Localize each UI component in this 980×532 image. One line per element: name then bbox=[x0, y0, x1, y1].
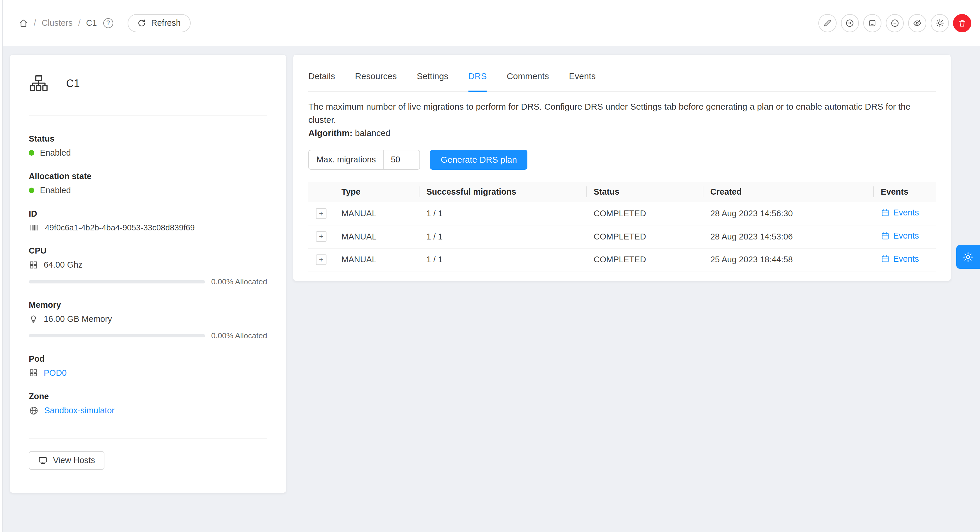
card-title-row: C1 bbox=[29, 73, 267, 94]
cell-status: COMPLETED bbox=[586, 248, 703, 272]
expand-row-button[interactable]: + bbox=[316, 231, 326, 242]
edit-button[interactable] bbox=[818, 14, 837, 32]
field-value: 16.00 GB Memory bbox=[44, 314, 112, 324]
cell-status: COMPLETED bbox=[586, 202, 703, 225]
cell-status: COMPLETED bbox=[586, 225, 703, 248]
configure-ha-button[interactable] bbox=[931, 14, 949, 32]
algorithm-line: Algorithm: balanced bbox=[308, 127, 936, 140]
progress-track bbox=[29, 280, 205, 283]
cell-successful-migrations: 1 / 1 bbox=[419, 225, 586, 248]
eye-invisible-icon bbox=[913, 19, 922, 28]
field-value: Enabled bbox=[40, 186, 71, 195]
breadcrumb-item-clusters[interactable]: Clusters bbox=[41, 18, 72, 28]
action-bar bbox=[818, 14, 971, 32]
cell-type: MANUAL bbox=[334, 248, 418, 272]
progress-label: 0.00% Allocated bbox=[211, 277, 267, 286]
generate-drs-plan-button[interactable]: Generate DRS plan bbox=[430, 150, 527, 170]
zone-link[interactable]: Sandbox-simulator bbox=[44, 406, 115, 415]
cell-created: 28 Aug 2023 14:53:06 bbox=[703, 225, 873, 248]
memory-allocation-progress: 0.00% Allocated bbox=[29, 331, 267, 340]
breadcrumb: / Clusters / C1 ? Refresh bbox=[19, 14, 191, 32]
refresh-label: Refresh bbox=[151, 18, 181, 28]
drs-plans-table: Type Successful migrations Status Create… bbox=[308, 182, 936, 272]
field-label: ID bbox=[29, 209, 267, 219]
column-header-events: Events bbox=[873, 182, 936, 202]
drs-description: The maximum number of live migrations to… bbox=[308, 100, 936, 126]
field-value: 49f0c6a1-4b2b-4ba4-9053-33c08d839f69 bbox=[45, 223, 195, 232]
cell-successful-migrations: 1 / 1 bbox=[419, 202, 586, 225]
row-events-link[interactable]: Events bbox=[881, 208, 919, 218]
progress-track bbox=[29, 334, 205, 337]
row-events-link[interactable]: Events bbox=[881, 254, 919, 264]
tab-drs[interactable]: DRS bbox=[468, 55, 487, 91]
view-hosts-label: View Hosts bbox=[53, 456, 95, 465]
field-memory: Memory 16.00 GB Memory 0.00% Allocated bbox=[29, 300, 267, 340]
status-dot bbox=[29, 150, 34, 156]
desktop-icon bbox=[38, 456, 48, 465]
expand-row-button[interactable]: + bbox=[316, 208, 326, 219]
cluster-detail-card: Details Resources Settings DRS Comments … bbox=[293, 55, 951, 281]
calendar-icon bbox=[881, 208, 890, 217]
field-zone: Zone Sandbox-simulator bbox=[29, 392, 267, 416]
breadcrumb-separator: / bbox=[34, 18, 36, 28]
plus-icon: + bbox=[319, 233, 323, 240]
appstore-icon bbox=[29, 260, 38, 270]
field-label: CPU bbox=[29, 246, 267, 256]
globe-icon bbox=[29, 406, 39, 416]
calendar-icon bbox=[881, 254, 890, 263]
home-icon[interactable] bbox=[19, 19, 28, 28]
disable-cluster-button[interactable] bbox=[841, 14, 859, 32]
bulb-icon bbox=[29, 314, 38, 324]
expand-row-button[interactable]: + bbox=[316, 254, 326, 265]
events-link-label: Events bbox=[893, 231, 919, 241]
pod-link[interactable]: POD0 bbox=[44, 368, 67, 378]
top-bar: / Clusters / C1 ? Refresh bbox=[0, 0, 980, 46]
cluster-icon bbox=[29, 73, 49, 94]
field-label: Pod bbox=[29, 354, 267, 364]
row-events-link[interactable]: Events bbox=[881, 231, 919, 241]
tab-details[interactable]: Details bbox=[308, 55, 335, 91]
cell-created: 25 Aug 2023 18:44:58 bbox=[703, 248, 873, 272]
events-link-label: Events bbox=[893, 208, 919, 218]
tab-events[interactable]: Events bbox=[569, 55, 596, 91]
field-label: Status bbox=[29, 134, 267, 144]
reload-icon bbox=[137, 19, 146, 27]
field-status: Status Enabled bbox=[29, 134, 267, 158]
drs-controls: Max. migrations Generate DRS plan bbox=[308, 150, 936, 170]
max-migrations-label: Max. migrations bbox=[309, 150, 383, 169]
field-value: 64.00 Ghz bbox=[44, 260, 83, 270]
divider bbox=[29, 115, 267, 116]
field-label: Memory bbox=[29, 300, 267, 310]
disable-oobm-button[interactable] bbox=[908, 14, 926, 32]
question-circle-icon[interactable]: ? bbox=[103, 18, 113, 28]
field-id: ID 49f0c6a1-4b2b-4ba4-9053-33c08d839f69 bbox=[29, 209, 267, 232]
field-allocation-state: Allocation state Enabled bbox=[29, 172, 267, 195]
plus-icon: + bbox=[319, 256, 323, 264]
table-row: + MANUAL 1 / 1 COMPLETED 28 Aug 2023 14:… bbox=[308, 202, 936, 225]
column-header-type: Type bbox=[334, 182, 418, 202]
disable-button[interactable] bbox=[886, 14, 904, 32]
cluster-name: C1 bbox=[66, 77, 80, 90]
column-header-successful-migrations: Successful migrations bbox=[419, 182, 586, 202]
delete-cluster-button[interactable] bbox=[953, 14, 971, 32]
gear-icon bbox=[935, 19, 945, 28]
divider bbox=[29, 438, 267, 438]
view-hosts-button[interactable]: View Hosts bbox=[29, 451, 104, 470]
unmanage-cluster-button[interactable] bbox=[863, 14, 881, 32]
column-header-status: Status bbox=[586, 182, 703, 202]
plus-icon: + bbox=[319, 210, 323, 218]
refresh-button[interactable]: Refresh bbox=[127, 14, 191, 32]
cluster-summary-card: C1 Status Enabled Allocation state Enabl… bbox=[10, 55, 286, 493]
algorithm-label: Algorithm: bbox=[308, 128, 353, 138]
tab-resources[interactable]: Resources bbox=[355, 55, 396, 91]
tab-settings[interactable]: Settings bbox=[417, 55, 449, 91]
cpu-allocation-progress: 0.00% Allocated bbox=[29, 277, 267, 286]
field-pod: Pod POD0 bbox=[29, 354, 267, 378]
cell-type: MANUAL bbox=[334, 202, 418, 225]
max-migrations-input[interactable] bbox=[383, 150, 420, 169]
column-header-created: Created bbox=[703, 182, 873, 202]
tab-comments[interactable]: Comments bbox=[507, 55, 549, 91]
cell-type: MANUAL bbox=[334, 225, 418, 248]
field-label: Zone bbox=[29, 392, 267, 401]
floating-settings-button[interactable] bbox=[956, 245, 980, 269]
